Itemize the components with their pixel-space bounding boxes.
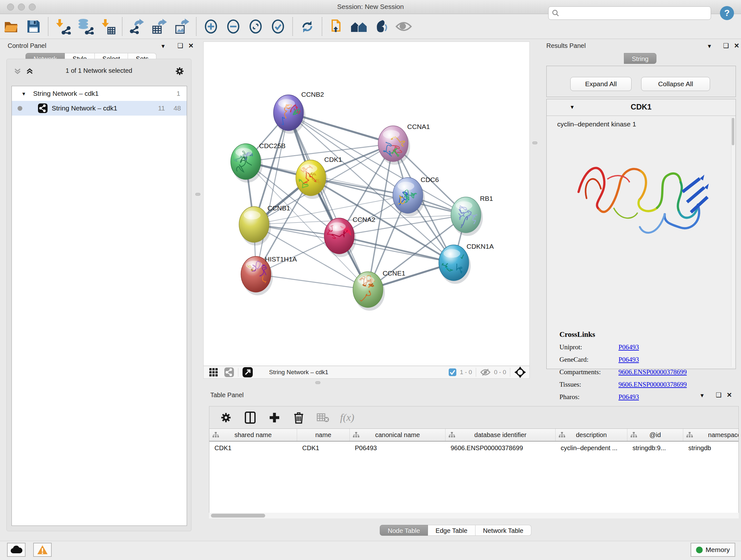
warnings-button[interactable] — [33, 543, 52, 557]
open-session-button[interactable] — [0, 17, 22, 36]
network-edge-CCNB2-HIST1H1A[interactable] — [256, 113, 288, 274]
delete-column-button[interactable] — [286, 409, 311, 427]
cloud-button[interactable] — [7, 543, 25, 557]
table-hscrollbar[interactable] — [209, 513, 739, 518]
eye-toolbar-button[interactable] — [393, 17, 415, 36]
birds-eye-navigator-icon[interactable] — [514, 366, 526, 378]
zoom-out-button[interactable] — [222, 17, 245, 36]
panel-float-icon[interactable]: ❑ — [723, 42, 729, 50]
import-network-file-button[interactable] — [52, 17, 74, 36]
column-header-database-identifier[interactable]: database identifier — [446, 429, 556, 441]
network-node-CDK1[interactable]: CDK1 — [296, 156, 342, 196]
tab-edge-table[interactable]: Edge Table — [428, 525, 475, 536]
column-header-@id[interactable]: @id — [627, 429, 683, 441]
panel-close-icon[interactable]: ✕ — [734, 42, 739, 50]
show-columns-button[interactable] — [238, 409, 262, 427]
string-share-icon[interactable] — [224, 367, 234, 377]
open-view-icon[interactable] — [242, 367, 253, 378]
home-layouts-button[interactable] — [348, 17, 370, 36]
refresh-button[interactable] — [296, 17, 319, 36]
tab-network-table[interactable]: Network Table — [475, 525, 531, 536]
scrollbar-thumb[interactable] — [211, 514, 265, 517]
export-network-button[interactable] — [126, 17, 148, 36]
clear-table-button[interactable] — [311, 409, 335, 427]
table-cell[interactable]: cyclin–dependent ... — [556, 442, 627, 454]
network-edge-CCNA2-CDKN1A[interactable] — [339, 236, 454, 263]
panel-float-icon[interactable]: ❑ — [178, 42, 183, 50]
crosslink-link[interactable]: 9606.ENSP00000378699 — [618, 368, 687, 376]
clipboard-button[interactable] — [326, 17, 348, 36]
application-window: Session: New Session — [0, 0, 741, 560]
panel-close-icon[interactable]: ✕ — [727, 391, 732, 399]
function-builder-button[interactable]: f(x) — [335, 409, 359, 427]
results-scrollbar[interactable] — [731, 117, 735, 367]
grid-icon[interactable] — [209, 368, 218, 377]
splitter-handle[interactable] — [195, 193, 200, 196]
panel-collapse-icon[interactable]: ▾ — [161, 42, 165, 50]
panel-collapse-icon[interactable]: ▾ — [700, 391, 704, 399]
network-graph[interactable]: CCNB2CCNA1CDC25BCDK1CDC6RB1CCNB1CCNA2CDK… — [204, 42, 529, 366]
export-image-button[interactable] — [171, 17, 193, 36]
network-node-CCNA1[interactable]: CCNA1 — [378, 123, 430, 162]
network-collection-row[interactable]: ▼ String Network – cdk1 1 — [12, 86, 187, 101]
import-network-database-button[interactable] — [74, 17, 96, 36]
control-panel-title: Control Panel — [8, 42, 46, 50]
save-session-button[interactable] — [22, 17, 45, 36]
scrollbar-thumb[interactable] — [732, 118, 734, 145]
search-input[interactable] — [559, 10, 700, 17]
expand-all-button[interactable]: Expand All — [570, 77, 631, 91]
protein-header[interactable]: ▼ CDK1 — [547, 99, 736, 116]
add-column-button[interactable] — [262, 409, 286, 427]
selected-checkbox-icon[interactable] — [448, 368, 457, 376]
gear-icon[interactable] — [175, 67, 184, 76]
search-icon — [552, 9, 559, 17]
network-node-CDC6[interactable]: CDC6 — [393, 176, 439, 213]
tab-string[interactable]: String — [624, 53, 657, 64]
table-cell[interactable]: P06493 — [350, 442, 446, 454]
panel-float-icon[interactable]: ❑ — [716, 391, 722, 399]
import-table-button[interactable] — [96, 17, 119, 36]
graphics-details-button[interactable] — [370, 17, 393, 36]
table-row[interactable]: CDK1CDK1P064939606.ENSP00000378699cyclin… — [209, 442, 738, 454]
crosslink-label: Tissues: — [559, 381, 618, 388]
expander-icon[interactable]: ▼ — [21, 91, 26, 97]
table-cell[interactable]: 9606.ENSP00000378699 — [446, 442, 556, 454]
zoom-in-icon — [204, 18, 218, 35]
crosslink-link[interactable]: P06493 — [618, 343, 639, 351]
export-table-button[interactable] — [148, 17, 171, 36]
collapse-all-button[interactable]: Collapse All — [641, 77, 710, 91]
collection-count: 1 — [177, 90, 180, 98]
zoom-selected-button[interactable] — [267, 17, 289, 36]
network-row[interactable]: String Network – cdk1 11 48 — [12, 101, 187, 116]
hidden-eye-icon[interactable] — [480, 368, 491, 376]
zoom-fit-button[interactable] — [245, 17, 267, 36]
splitter-handle[interactable] — [532, 141, 537, 144]
column-header-description[interactable]: description — [556, 429, 627, 441]
network-canvas[interactable]: CCNB2CCNA1CDC25BCDK1CDC6RB1CCNB1CCNA2CDK… — [203, 42, 530, 366]
table-panel-title: Table Panel — [210, 391, 244, 399]
help-button[interactable]: ? — [720, 6, 734, 20]
network-node-CCNA2[interactable]: CCNA2 — [324, 216, 375, 254]
network-edge-CCNB2-CCNE1[interactable] — [288, 113, 368, 290]
splitter-handle[interactable] — [315, 381, 320, 384]
column-header-canonical-name[interactable]: canonical name — [350, 429, 446, 441]
column-header-shared-name[interactable]: shared name — [209, 429, 297, 441]
table-cell[interactable]: stringdb — [683, 442, 739, 454]
zoom-in-button[interactable] — [200, 17, 222, 36]
crosslink-link[interactable]: 9606.ENSP00000378699 — [618, 381, 687, 388]
houses-icon — [350, 19, 368, 34]
tab-node-table[interactable]: Node Table — [380, 525, 428, 536]
crosslink-link[interactable]: P06493 — [618, 356, 639, 364]
panel-collapse-icon[interactable]: ▾ — [708, 42, 711, 50]
table-options-button[interactable] — [214, 409, 238, 427]
table-cell[interactable]: stringdb:9... — [627, 442, 683, 454]
column-header-name[interactable]: name — [297, 429, 350, 441]
memory-button[interactable]: Memory — [690, 543, 735, 557]
table-cell[interactable]: CDK1 — [209, 442, 297, 454]
column-header-namespace[interactable]: namespace — [683, 429, 739, 441]
eye-icon — [395, 20, 412, 33]
table-cell[interactable]: CDK1 — [297, 442, 350, 454]
table-header-row: shared namenamecanonical namedatabase id… — [209, 429, 738, 442]
crosslink-label: Uniprot: — [559, 343, 618, 351]
panel-close-icon[interactable]: ✕ — [188, 42, 194, 50]
